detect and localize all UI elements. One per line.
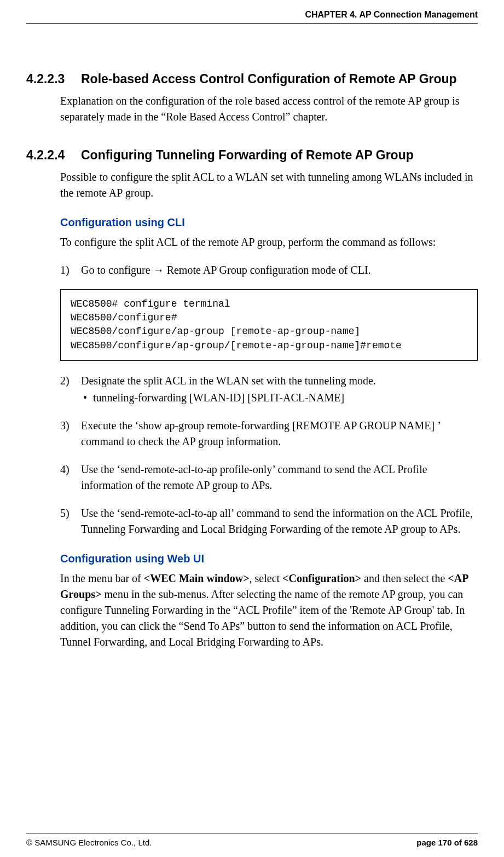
webui-bold-configuration: <Configuration> [282, 572, 361, 584]
page-footer: © SAMSUNG Electronics Co., Ltd. page 170… [26, 833, 478, 857]
section-body-4223: Explanation on the configuration of the … [60, 93, 478, 125]
webui-text-part: menu in the sub-menus. After selecting t… [60, 588, 465, 648]
page-content: 4.2.2.3 Role-based Access Control Config… [26, 24, 478, 833]
section-number: 4.2.2.3 [26, 72, 81, 87]
webui-text-part: and then select the [361, 572, 448, 584]
list-number: 2) [60, 373, 69, 389]
document-page: CHAPTER 4. AP Connection Management 4.2.… [0, 0, 504, 857]
cli-step-text: Execute the ‘show ap-group remote-forwar… [81, 419, 440, 447]
section-heading-4224: 4.2.2.4 Configuring Tunneling Forwarding… [26, 148, 478, 163]
section-number: 4.2.2.4 [26, 148, 81, 163]
cli-step-text: Use the ‘send-remote-acl-to-ap profile-o… [81, 463, 427, 491]
cli-step-1: 1) Go to configure → Remote AP Group con… [60, 262, 478, 278]
page-header: CHAPTER 4. AP Connection Management [26, 0, 478, 24]
webui-bold-wec: <WEC Main window> [144, 572, 250, 584]
cli-step-text: Go to configure → Remote AP Group config… [81, 264, 371, 276]
code-block: WEC8500# configure terminal WEC8500/conf… [60, 289, 478, 361]
webui-body: In the menu bar of <WEC Main window>, se… [60, 571, 478, 650]
cli-intro: To configure the split ACL of the remote… [60, 234, 478, 250]
webui-text-part: , select [250, 572, 283, 584]
cli-step-4: 4) Use the ‘send-remote-acl-to-ap profil… [60, 462, 478, 493]
webui-heading: Configuration using Web UI [60, 553, 478, 565]
cli-step-text: Use the ‘send-remote-acl-to-ap all’ comm… [81, 507, 473, 535]
cli-heading: Configuration using CLI [60, 216, 478, 229]
list-number: 5) [60, 505, 69, 521]
list-number: 3) [60, 418, 69, 434]
footer-copyright: © SAMSUNG Electronics Co., Ltd. [26, 838, 152, 847]
cli-step-5: 5) Use the ‘send-remote-acl-to-ap all’ c… [60, 505, 478, 537]
section-title: Configuring Tunneling Forwarding of Remo… [81, 148, 414, 163]
cli-step-text: Designate the split ACL in the WLAN set … [81, 375, 376, 387]
section-heading-4223: 4.2.2.3 Role-based Access Control Config… [26, 72, 478, 87]
section-body-4224: Possible to configure the split ACL to a… [60, 169, 478, 201]
list-number: 1) [60, 262, 69, 278]
cli-step-3: 3) Execute the ‘show ap-group remote-for… [60, 418, 478, 450]
cli-step-bullet: tunneling-forwarding [WLAN-ID] [SPLIT-AC… [81, 390, 478, 406]
cli-steps-list-cont: 2) Designate the split ACL in the WLAN s… [60, 373, 478, 537]
footer-page-number: page 170 of 628 [416, 838, 478, 847]
cli-step-2: 2) Designate the split ACL in the WLAN s… [60, 373, 478, 406]
webui-text-part: In the menu bar of [60, 572, 144, 584]
chapter-title: CHAPTER 4. AP Connection Management [305, 10, 478, 19]
list-number: 4) [60, 462, 69, 478]
section-title: Role-based Access Control Configuration … [81, 72, 457, 87]
cli-steps-list: 1) Go to configure → Remote AP Group con… [60, 262, 478, 278]
